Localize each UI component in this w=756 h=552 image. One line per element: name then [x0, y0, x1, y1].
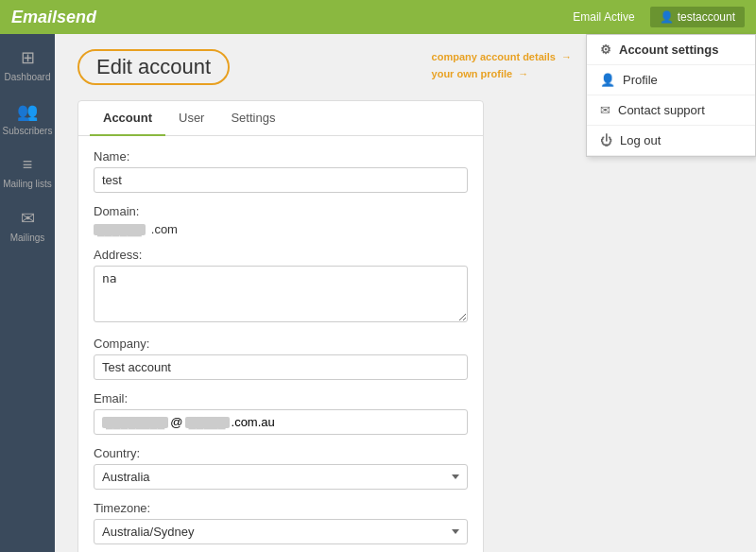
- dropdown-contact-label: Contact support: [618, 103, 705, 117]
- annotation-profile: your own profile →: [432, 68, 572, 79]
- email-display: ████████ @ █████ .com.au: [94, 409, 468, 435]
- username-label: testaccount: [678, 10, 735, 24]
- arrow-right-icon-2: →: [518, 68, 528, 79]
- dropdown-item-logout[interactable]: ⏻ Log out: [587, 126, 755, 156]
- user-menu-button[interactable]: 👤 testaccount: [650, 7, 745, 27]
- topbar-right: Email Active 👤 testaccount: [573, 7, 745, 27]
- annotation-company: company account details →: [432, 51, 572, 62]
- gear-icon: ⚙: [600, 43, 611, 57]
- app-logo: Emailsend: [11, 8, 96, 27]
- sidebar-item-dashboard[interactable]: ⊞ Dashboard: [0, 38, 55, 92]
- email-active-status: Email Active: [573, 10, 634, 24]
- company-label: Company:: [94, 336, 468, 351]
- logout-icon: ⏻: [600, 133, 612, 147]
- company-field-group: Company:: [94, 336, 468, 380]
- tab-settings[interactable]: Settings: [217, 101, 288, 136]
- annotation-profile-text: your own profile: [432, 68, 513, 79]
- timezone-select[interactable]: Australia/Sydney Australia/Melbourne Aus…: [94, 519, 468, 544]
- country-field-group: Country: Australia United States United …: [94, 446, 468, 490]
- dropdown-account-settings-label: Account settings: [619, 43, 718, 57]
- domain-label: Domain:: [94, 204, 468, 218]
- user-icon: 👤: [600, 73, 615, 87]
- subscribers-icon: 👥: [17, 101, 38, 122]
- sidebar-mailings-label: Mailings: [10, 233, 45, 243]
- envelope-icon: ✉: [600, 103, 610, 117]
- dropdown-logout-label: Log out: [620, 133, 661, 147]
- company-input[interactable]: [94, 354, 468, 380]
- dashboard-icon: ⊞: [21, 47, 35, 68]
- dropdown-item-account-settings[interactable]: ⚙ Account settings: [587, 35, 755, 65]
- sidebar-subscribers-label: Subscribers: [3, 126, 53, 136]
- sidebar-item-subscribers[interactable]: 👥 Subscribers: [0, 92, 55, 146]
- sidebar-item-mailings[interactable]: ✉ Mailings: [0, 198, 55, 252]
- dropdown-profile-label: Profile: [623, 73, 658, 87]
- sidebar: ⊞ Dashboard 👥 Subscribers ≡ Mailing list…: [0, 34, 55, 552]
- name-field-group: Name:: [94, 149, 468, 193]
- email-at: @: [170, 415, 182, 429]
- dropdown-item-profile[interactable]: 👤 Profile: [587, 65, 755, 95]
- form-tabs: Account User Settings: [78, 101, 483, 136]
- timezone-label: Timezone:: [94, 501, 468, 515]
- arrow-right-icon: →: [561, 51, 572, 62]
- mailing-lists-icon: ≡: [23, 155, 33, 175]
- address-label: Address:: [94, 248, 468, 262]
- timezone-field-group: Timezone: Australia/Sydney Australia/Mel…: [94, 501, 468, 544]
- sidebar-mailinglists-label: Mailing lists: [3, 179, 52, 189]
- topbar: Emailsend Email Active 👤 testaccount ⚙ A…: [0, 0, 756, 34]
- domain-blurred-text: ██████: [94, 224, 146, 235]
- page-title: Edit account: [96, 55, 211, 79]
- user-icon: 👤: [660, 10, 674, 24]
- page-title-container: Edit account: [77, 49, 230, 85]
- email-suffix: .com.au: [232, 415, 275, 429]
- sidebar-item-mailing-lists[interactable]: ≡ Mailing lists: [0, 146, 55, 198]
- mailings-icon: ✉: [21, 208, 35, 229]
- sidebar-dashboard-label: Dashboard: [5, 72, 51, 82]
- tab-user[interactable]: User: [165, 101, 217, 136]
- domain-value: ██████ .com: [94, 222, 468, 236]
- email-domain-blur: █████: [185, 417, 230, 428]
- annotations: company account details → your own profi…: [432, 51, 572, 85]
- address-textarea[interactable]: na: [94, 266, 468, 322]
- tab-account[interactable]: Account: [90, 101, 165, 136]
- country-select[interactable]: Australia United States United Kingdom N…: [94, 464, 468, 490]
- dropdown-item-contact-support[interactable]: ✉ Contact support: [587, 95, 755, 126]
- country-label: Country:: [94, 446, 468, 460]
- name-label: Name:: [94, 149, 468, 164]
- domain-field-group: Domain: ██████ .com: [94, 204, 468, 236]
- name-input[interactable]: [94, 167, 468, 193]
- form-card: Account User Settings Name: Domain: ████…: [77, 100, 484, 552]
- domain-suffix: .com: [151, 222, 178, 236]
- address-field-group: Address: na: [94, 248, 468, 325]
- email-local-blur: ████████: [102, 417, 168, 428]
- email-label: Email:: [94, 391, 468, 405]
- annotation-company-text: company account details: [432, 51, 556, 62]
- form-body: Name: Domain: ██████ .com Address: na: [78, 136, 483, 552]
- user-dropdown-menu: ⚙ Account settings 👤 Profile ✉ Contact s…: [586, 34, 756, 157]
- email-field-group: Email: ████████ @ █████ .com.au: [94, 391, 468, 435]
